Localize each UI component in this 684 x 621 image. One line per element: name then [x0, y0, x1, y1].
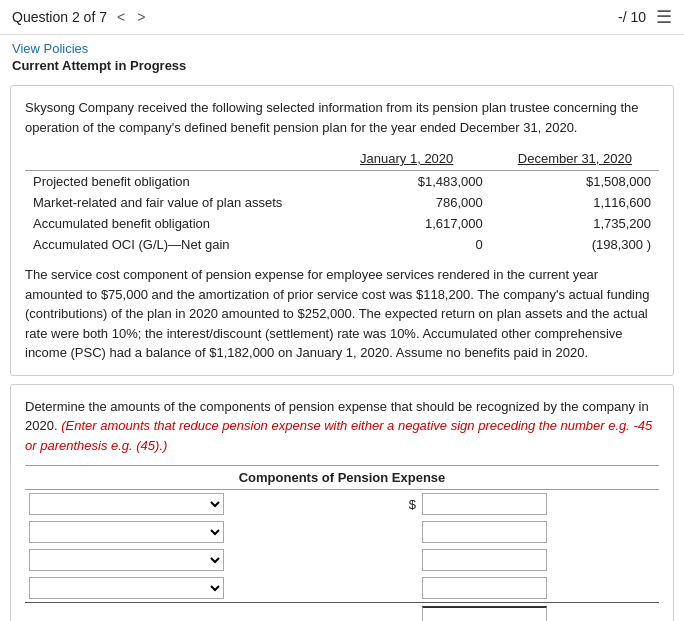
data-table-wrapper: January 1, 2020 December 31, 2020 Projec… — [25, 147, 659, 255]
question2-red-text: (Enter amounts that reduce pension expen… — [25, 418, 652, 453]
pension-row-input-2[interactable] — [422, 549, 547, 571]
next-arrow[interactable]: > — [135, 9, 147, 25]
question-label: Question 2 of 7 — [12, 9, 107, 25]
total-input-cell[interactable] — [418, 603, 659, 622]
dollar-sign-cell: $ — [393, 490, 418, 519]
table-row-col1: 786,000 — [323, 192, 491, 213]
pension-row-dropdown-cell[interactable] — [25, 490, 393, 519]
pension-row-select-0[interactable] — [29, 493, 224, 515]
view-policies-link[interactable]: View Policies — [12, 41, 88, 56]
dollar-sign-cell-empty — [393, 574, 418, 603]
table-row-col1: 1,617,000 — [323, 213, 491, 234]
pension-total-row — [25, 603, 659, 622]
table-row-label: Accumulated OCI (G/L)—Net gain — [25, 234, 323, 255]
table-row-col2: 1,116,600 — [491, 192, 659, 213]
pension-row-input-1[interactable] — [422, 521, 547, 543]
dollar-sign-cell-empty — [393, 518, 418, 546]
info-card: Skysong Company received the following s… — [10, 85, 674, 376]
table-row: Accumulated benefit obligation 1,617,000… — [25, 213, 659, 234]
top-bar: Question 2 of 7 < > -/ 10 ☰ — [0, 0, 684, 35]
pension-table-header-row: Components of Pension Expense — [25, 466, 659, 490]
table-row-col1: $1,483,000 — [323, 171, 491, 193]
table-row-col1: 0 — [323, 234, 491, 255]
table-row-col2: (198,300 ) — [491, 234, 659, 255]
pension-row-dropdown-cell[interactable] — [25, 574, 393, 603]
total-dropdown-cell — [25, 603, 393, 622]
table-row-label: Projected benefit obligation — [25, 171, 323, 193]
table-row: Market-related and fair value of plan as… — [25, 192, 659, 213]
pension-data-table: January 1, 2020 December 31, 2020 Projec… — [25, 147, 659, 255]
table-row: Accumulated OCI (G/L)—Net gain 0 (198,30… — [25, 234, 659, 255]
pension-expense-row — [25, 546, 659, 574]
pension-row-select-3[interactable] — [29, 577, 224, 599]
table-row-label: Accumulated benefit obligation — [25, 213, 323, 234]
pension-row-input-cell[interactable] — [418, 518, 659, 546]
score-label: -/ 10 — [618, 9, 646, 25]
question-card: Determine the amounts of the components … — [10, 384, 674, 622]
pension-expense-table: Components of Pension Expense $ — [25, 465, 659, 621]
pension-row-select-1[interactable] — [29, 521, 224, 543]
total-dollar-cell — [393, 603, 418, 622]
pension-expense-row: $ — [25, 490, 659, 519]
menu-icon[interactable]: ☰ — [656, 6, 672, 28]
prev-arrow[interactable]: < — [115, 9, 127, 25]
col2-header: December 31, 2020 — [491, 147, 659, 171]
top-bar-left: Question 2 of 7 < > — [12, 9, 147, 25]
pension-row-select-2[interactable] — [29, 549, 224, 571]
col-label-header — [25, 147, 323, 171]
pension-row-input-0[interactable] — [422, 493, 547, 515]
col1-header: January 1, 2020 — [323, 147, 491, 171]
pension-expense-row — [25, 518, 659, 546]
dollar-sign-cell-empty — [393, 546, 418, 574]
question2-text: Determine the amounts of the components … — [25, 397, 659, 456]
pension-row-input-cell[interactable] — [418, 574, 659, 603]
extra-text: The service cost component of pension ex… — [25, 265, 659, 363]
table-row-col2: 1,735,200 — [491, 213, 659, 234]
pension-row-dropdown-cell[interactable] — [25, 518, 393, 546]
current-attempt-label: Current Attempt in Progress — [12, 58, 672, 73]
pension-row-dropdown-cell[interactable] — [25, 546, 393, 574]
pension-row-input-cell[interactable] — [418, 546, 659, 574]
pension-total-input[interactable] — [422, 606, 547, 621]
pension-row-input-cell[interactable] — [418, 490, 659, 519]
pension-expense-row — [25, 574, 659, 603]
top-bar-right: -/ 10 ☰ — [618, 6, 672, 28]
table-header-row: January 1, 2020 December 31, 2020 — [25, 147, 659, 171]
pension-row-input-3[interactable] — [422, 577, 547, 599]
pension-table-title: Components of Pension Expense — [25, 466, 659, 490]
table-row-label: Market-related and fair value of plan as… — [25, 192, 323, 213]
intro-text: Skysong Company received the following s… — [25, 98, 659, 137]
meta-section: View Policies Current Attempt in Progres… — [0, 35, 684, 77]
table-row: Projected benefit obligation $1,483,000 … — [25, 171, 659, 193]
table-row-col2: $1,508,000 — [491, 171, 659, 193]
